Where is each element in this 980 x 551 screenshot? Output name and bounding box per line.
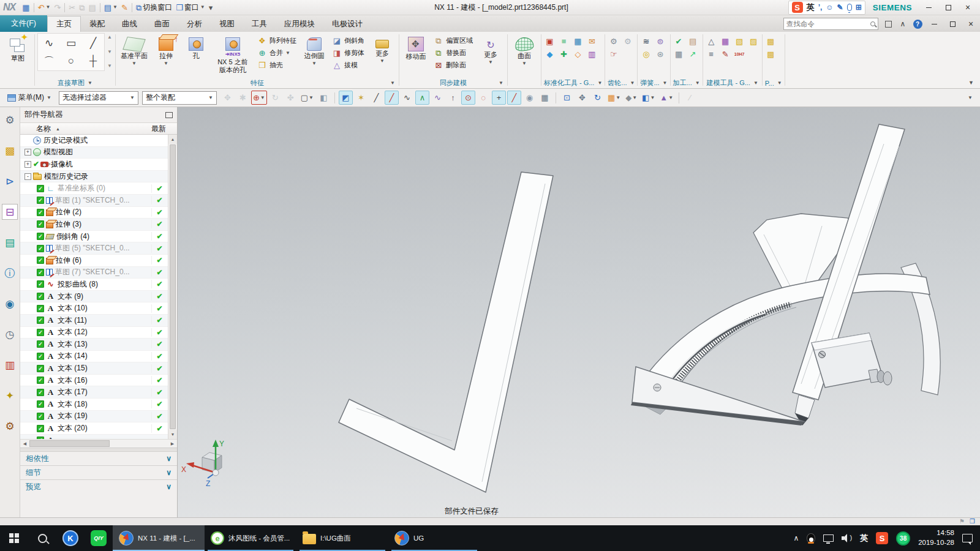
legacy-hole-button[interactable]: ➜INX5 NX 5 之前 版本的孔 <box>212 33 254 74</box>
ribbon-tab-0[interactable]: 文件(F) <box>0 15 47 32</box>
feature-checkbox[interactable]: ✓ <box>37 425 44 432</box>
feature-checkbox[interactable]: ✓ <box>37 269 44 276</box>
find-command-input[interactable] <box>786 20 869 28</box>
pan-icon[interactable]: ✥ <box>575 91 589 105</box>
navigator-vertical-scrollbar[interactable]: ▲ ▼ <box>168 135 177 439</box>
feature-checkbox[interactable]: ✓ <box>37 257 44 264</box>
ribbon-tab-8[interactable]: 应用模块 <box>276 16 323 32</box>
draft-button[interactable]: △ 拔模 <box>330 59 366 71</box>
standard-tools-group-tool-icon[interactable]: ▦ <box>572 36 584 47</box>
modeling-tools-group-tool-icon[interactable]: ≡ <box>706 48 717 59</box>
ribbon-overflow[interactable]: ▼ <box>963 80 979 88</box>
nx-minimize-button[interactable] <box>925 16 943 32</box>
rotate-view-icon[interactable]: ↻ <box>590 91 605 105</box>
sogou-tray-icon[interactable]: S <box>876 532 888 544</box>
surface-button[interactable]: 曲面▼ <box>510 33 538 66</box>
general-selection-icon[interactable]: ✱ <box>236 91 250 105</box>
qat-overflow-button[interactable]: ▾ <box>207 1 215 14</box>
feature-more-button[interactable]: 更多▼ <box>368 33 396 64</box>
edge-blend-button[interactable]: 边倒圆▼ <box>300 33 328 66</box>
feature-checkbox[interactable]: ✓ <box>37 389 44 396</box>
snap-arc-center-icon[interactable]: ⊙ <box>461 91 475 105</box>
restore-button[interactable] <box>939 1 957 14</box>
part-navigator-tab[interactable]: ⊟ <box>2 204 18 220</box>
scroll-right-icon[interactable]: ▶ <box>168 441 177 446</box>
rotate-selection-icon[interactable]: ↻ <box>268 91 282 105</box>
shell-button[interactable]: ❒ 抽壳 <box>255 59 298 71</box>
snap-vertex-icon[interactable]: ↑ <box>446 91 460 105</box>
wechat-badge[interactable]: 38 <box>896 531 910 545</box>
standard-tools-group-label[interactable]: 标准化工具 - G...▼ <box>544 78 602 88</box>
sketch-button[interactable]: 草图 <box>4 33 32 62</box>
scroll-thumb[interactable] <box>170 144 176 429</box>
snap-quadrant-icon[interactable]: ◌ <box>477 91 491 105</box>
feature-checkbox[interactable]: ✓ <box>37 293 44 300</box>
zoom-box-icon[interactable]: ⊡ <box>560 91 574 105</box>
standard-tools-group-tool-icon[interactable]: ✚ <box>558 48 570 59</box>
ribbon-tab-4[interactable]: 曲面 <box>146 16 178 32</box>
task-explorer[interactable]: I:\UG曲面 <box>296 525 388 551</box>
feature-filter-icon[interactable]: ✥ <box>221 91 235 105</box>
tree-row[interactable]: ✓A文本 (13)✔ <box>20 339 177 351</box>
gear-group-tool-icon[interactable]: ☞ <box>608 48 619 59</box>
format-painter-button[interactable]: ▤▼ <box>102 1 119 14</box>
tree-row[interactable]: ✓倒斜角 (4)✔ <box>20 231 177 243</box>
tree-row[interactable]: ✓拉伸 (3)✔ <box>20 219 177 231</box>
ime-toolbox-icon[interactable]: ⊞ <box>856 3 862 12</box>
task-browser[interactable]: e沐风图纸 - 会员管... <box>205 525 296 551</box>
direct-sketch-label[interactable]: 直接草图▼ <box>37 78 113 88</box>
shaded-select-icon[interactable]: ◧ <box>317 91 331 105</box>
tree-row[interactable]: ✓A文本 (11)✔ <box>20 315 177 327</box>
feature-checkbox[interactable]: ✓ <box>37 185 44 192</box>
scroll-up-icon[interactable]: ▲ <box>168 135 177 144</box>
standard-tools-group-tool-icon[interactable]: ◇ <box>572 48 584 59</box>
palette-tab[interactable]: ▥ <box>2 357 18 373</box>
snap-grid-icon[interactable]: ▦ <box>538 91 552 105</box>
navigator-column-header[interactable]: 名称▲ 最新 <box>20 122 177 135</box>
move-face-button[interactable]: 移动面 <box>402 33 430 61</box>
feature-checkbox[interactable]: ✓ <box>37 413 44 420</box>
ribbon-tab-7[interactable]: 工具 <box>243 16 276 32</box>
snap-face-icon[interactable]: ◉ <box>522 91 537 105</box>
status-window-icon[interactable]: ❒ <box>970 519 975 525</box>
tree-row[interactable]: +模型视图 <box>20 147 177 159</box>
modeling-tools-group-tool-icon[interactable]: ✎ <box>720 48 731 59</box>
feature-checkbox[interactable]: ✓ <box>37 197 44 204</box>
reuse-library-tab[interactable]: ▤ <box>2 234 18 250</box>
command-finder[interactable] <box>783 18 878 30</box>
web-browser-tab[interactable]: ◉ <box>2 296 18 312</box>
snap-spline-point-icon[interactable]: ∧ <box>415 91 429 105</box>
ime-toolbar[interactable]: S 英 ’, ☺ ✎ ⊞ <box>788 1 865 15</box>
measure-icon[interactable]: ∕ <box>683 91 697 105</box>
navigator-horizontal-scrollbar[interactable]: ◀ ▶ <box>20 439 177 448</box>
save-button[interactable]: ▦ <box>20 1 31 14</box>
ribbon-tab-3[interactable]: 曲线 <box>113 16 146 32</box>
taskbar-clock[interactable]: 14:58 2019-10-28 <box>918 528 954 547</box>
nx-restore-button[interactable] <box>943 16 962 32</box>
sync-more-button[interactable]: ↻ 更多▼ <box>477 33 505 65</box>
window-display-icon[interactable] <box>881 18 895 30</box>
hd3d-tool-tab[interactable]: ⓘ <box>2 265 18 281</box>
spring-group-tool-icon[interactable]: ≋ <box>640 36 652 47</box>
tree-row[interactable]: ✓A文本 (10)✔ <box>20 302 177 315</box>
process-studio-tab[interactable]: ✦ <box>2 388 18 403</box>
tree-row[interactable]: ✓草图 (1) "SKETCH_0...✔ <box>20 195 177 207</box>
tree-row[interactable]: 历史记录模式 <box>20 135 177 147</box>
switch-window-button[interactable]: ⧉切换窗口 <box>134 1 174 14</box>
voice-input-icon[interactable] <box>847 4 852 11</box>
orient-view-icon[interactable]: ▦▼ <box>606 91 622 105</box>
snap-pole-icon[interactable]: ∿ <box>431 91 445 105</box>
close-button[interactable]: × <box>959 1 977 14</box>
taskbar-search-icon[interactable] <box>28 525 56 551</box>
machining-group-tool-icon[interactable]: ✔ <box>673 36 685 47</box>
paste-button[interactable]: ▤ <box>86 1 97 14</box>
tools-tab[interactable]: ⚙ <box>2 418 18 434</box>
modeling-tools-group-tool-icon[interactable]: ▦ <box>720 36 731 47</box>
trim-body-button[interactable]: ◨ 修剪体 <box>330 47 366 59</box>
tree-row[interactable]: ✓A文本 (15)✔ <box>20 362 177 375</box>
sogou-icon[interactable]: S <box>792 2 803 13</box>
task-nx[interactable]: NX 11 - 建模 - [_... <box>113 525 205 551</box>
spring-group-tool-icon[interactable]: ◎ <box>640 48 652 59</box>
rectangle-select-icon[interactable]: ▢▼ <box>299 91 315 105</box>
modeling-tools-group-tool-icon[interactable]: △ <box>706 36 717 47</box>
